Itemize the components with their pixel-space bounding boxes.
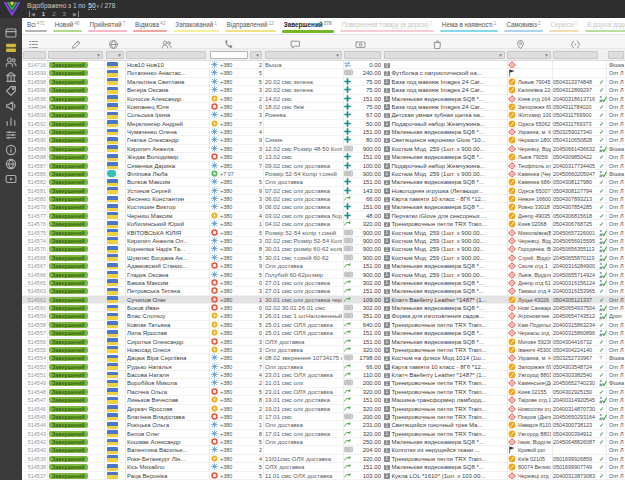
phone-icon[interactable] — [223, 36, 234, 47]
order-row[interactable]: 514561ЗавершенийСучилов Олег+380130.01 с… — [22, 296, 625, 304]
order-row[interactable]: 514579ЗавершенийКостишин Виктор+380906.0… — [22, 203, 625, 211]
payment-icon[interactable] — [355, 36, 366, 47]
country-icon[interactable] — [108, 36, 119, 47]
order-row[interactable]: 514551ЗавершенийБасова Наталя+380423.01 … — [22, 371, 625, 379]
order-row[interactable]: 514538ЗавершенийКісь Михайло+3805ОЛХ дос… — [22, 463, 625, 471]
order-row[interactable]: 514547ЗавершенийЛиньков Вячеслав+380819.… — [22, 396, 625, 404]
order-row[interactable]: 514595ЗавершенийКолосок Александр+380214… — [22, 95, 625, 103]
order-row[interactable]: 514545ЗавершенийБлагінна Владіслава+3800… — [22, 413, 625, 421]
order-row[interactable]: 514567ЗавершенийАдамовский Станис...+380… — [22, 262, 625, 270]
filter-dropdown-icon[interactable]: ▼ — [544, 52, 549, 58]
order-row[interactable]: 514543ЗавершенийБелов Олег+380817.01 смс… — [22, 430, 625, 438]
tab-8[interactable]: Повернення товару (в дорозі)0 — [337, 18, 437, 34]
order-row[interactable]: 514563ЗавершенийПетровська Тетяна+380327… — [22, 287, 625, 295]
tracking-icon[interactable] — [570, 36, 581, 47]
order-row[interactable]: 514599ЗавершенийПотапенко Анастас...+380… — [22, 69, 625, 77]
order-row[interactable]: 514548ЗавершенийПасічна Ольга+380523.01 … — [22, 388, 625, 396]
order-row[interactable]: 514591ЗавершенийЧумаченко Олена+3804151.… — [22, 128, 625, 136]
app-logo[interactable] — [3, 1, 21, 16]
tab-3[interactable]: Прийнятий7 — [85, 18, 131, 34]
tab-6[interactable]: Відправлений12 — [222, 18, 279, 34]
order-row[interactable]: 514558ЗавершенийКовпак Татьяна+380525.01… — [22, 321, 625, 329]
filter-phone-input[interactable] — [210, 51, 248, 59]
client-icon[interactable] — [161, 36, 172, 47]
filter-payment[interactable] — [344, 51, 381, 59]
dashboard-icon[interactable] — [5, 25, 17, 37]
order-row[interactable]: 514582ЗавершенийВолков Максим+3805Олх до… — [22, 178, 625, 186]
order-row[interactable]: 514557ЗавершенийЛила Ярослав+380025.01 с… — [22, 329, 625, 337]
order-row[interactable]: 514580ЗавершенийФесенко Константин+38030… — [22, 195, 625, 203]
tab-1[interactable]: Всі471 — [22, 18, 50, 34]
tab-12[interactable]: В дорозі додому — [582, 18, 625, 34]
filter-dropdown-icon[interactable]: ▼ — [96, 52, 101, 58]
last-page-button[interactable]: ▶ — [73, 11, 79, 17]
order-row[interactable]: 514574ЗавершенийКирилич Анжела Ол...+380… — [22, 237, 625, 245]
comment-icon[interactable] — [290, 36, 301, 47]
orders-icon[interactable] — [5, 40, 17, 52]
order-row[interactable]: 514716ЗавершенийНов10 Нов10+3802Выша0.00… — [22, 61, 625, 69]
order-row[interactable]: 514576ЗавершенийКобилинський Юрий+380104… — [22, 220, 625, 228]
globe-icon[interactable] — [5, 156, 17, 168]
filter-channel[interactable] — [608, 51, 624, 59]
order-row[interactable]: 514568ЗавершенийШумляс Богдана Ан...+380… — [22, 254, 625, 262]
page-button-3[interactable]: 3 — [63, 11, 66, 17]
order-row[interactable]: 514598ЗавершенийМалютина Светлана+380520… — [22, 78, 625, 86]
order-row[interactable]: 514539ЗавершенийРоке-Бетанкурт Лін...+38… — [22, 455, 625, 463]
tab-4[interactable]: Відмова42 — [130, 18, 170, 34]
info-icon[interactable] — [5, 142, 17, 154]
city-icon[interactable] — [515, 36, 526, 47]
page-button-1[interactable]: 1 — [42, 11, 45, 17]
clients-icon[interactable] — [5, 54, 17, 66]
tab-10[interactable]: Самовивіз2 — [501, 18, 545, 34]
order-row[interactable]: 514566ЗавершенийГладик Оксана+3805Голуби… — [22, 271, 625, 279]
order-row[interactable]: 514581ЗавершенийУстинов Сергей+380907.02… — [22, 187, 625, 195]
order-row[interactable]: 514537ЗавершенийРаца Вероніка+380511.01 … — [22, 472, 625, 480]
order-row[interactable]: 514588ЗавершенийЖедак Володимир+380013.0… — [22, 153, 625, 161]
company-icon[interactable] — [5, 69, 17, 81]
filter-dropdown-icon[interactable]: ▼ — [498, 52, 503, 58]
page-size-dropdown[interactable]: 50 — [88, 2, 95, 10]
order-row[interactable]: 514554ЗавершенийДацюк Віра Сергіївна+380… — [22, 354, 625, 362]
order-number-icon[interactable] — [28, 36, 39, 47]
filter-dropdown-icon[interactable]: ▼ — [335, 52, 340, 58]
tab-5[interactable]: Запакований1 — [170, 18, 222, 34]
filter-products[interactable]: ▼ — [384, 51, 505, 59]
order-row[interactable]: 514570ЗавершенийКорнелюк Надія Та...+380… — [22, 245, 625, 253]
sales-tag-icon[interactable] — [5, 83, 17, 95]
order-row[interactable]: 514593ЗавершенийСольська Ірина+3803Рожев… — [22, 111, 625, 119]
order-row[interactable]: 514546ЗавершенийДеркач Ярослав+380219.01… — [22, 405, 625, 413]
products-icon[interactable] — [432, 36, 443, 47]
filter-comment[interactable]: ▼ — [265, 51, 342, 59]
filter-client[interactable] — [126, 51, 206, 59]
order-row[interactable]: 514542ЗавершенийКошмак Александр+3805Олх… — [22, 438, 625, 446]
page-button-2[interactable]: 2 — [52, 11, 55, 17]
tab-11[interactable]: Сервіси0 — [546, 18, 583, 34]
tab-7[interactable]: Завершений278 — [279, 18, 337, 34]
order-row[interactable]: 514594ЗавершенийКомпанец Юля+380018.02 с… — [22, 103, 625, 111]
order-row[interactable]: 514592ЗавершенийМерклингер Андрей+380750… — [22, 120, 625, 128]
order-row[interactable]: 514559ЗавершенийВлас Слоткоу+380326.01 с… — [22, 312, 625, 320]
first-page-button[interactable]: ◀ — [29, 11, 35, 17]
order-row[interactable]: 514560ЗавершенийБоков Иван+380002.02 30.… — [22, 304, 625, 312]
filter-city[interactable]: ▼ — [507, 51, 551, 59]
tab-9[interactable]: Нема в наявності1 — [437, 18, 502, 34]
order-row[interactable]: 514565ЗавершенийБаюка Максим+380027.01 с… — [22, 279, 625, 287]
tab-2[interactable]: Новий48 — [50, 18, 85, 34]
order-row[interactable]: 514544ЗавершенийРокіцька Ольга+3801Олх д… — [22, 421, 625, 429]
filter-tracking[interactable] — [553, 51, 598, 59]
video-help-icon[interactable] — [5, 171, 17, 183]
filter-dropdown-icon[interactable]: ▼ — [117, 52, 122, 58]
order-row[interactable]: 514556ЗавершенийСиротюк Олександр+3803ОЛ… — [22, 338, 625, 346]
order-row[interactable]: 514553ЗавершенийРудько Наталья+3807Олх д… — [22, 363, 625, 371]
order-row[interactable]: 514587ЗавершенийСеменюк Дарина+380709.02… — [22, 162, 625, 170]
order-row[interactable]: 514555ЗавершенийНовосад Олеся+3803Олх до… — [22, 346, 625, 354]
filter-msgs[interactable]: ▼ — [250, 51, 262, 59]
order-row[interactable]: 514590ЗавершенийГнатюк Олександр+3809Син… — [22, 136, 625, 144]
settings-sliders-icon[interactable] — [5, 127, 17, 139]
order-row[interactable]: 514577ЗавершенийЧерниш Максим+380403.02 … — [22, 212, 625, 220]
order-row[interactable]: 514589ЗавершенийКирилич Анжела+380312.02… — [22, 145, 625, 153]
marketing-icon[interactable] — [5, 98, 17, 110]
filter-status[interactable]: ▼ — [48, 51, 103, 59]
order-row[interactable]: 514596ЗавершенийВегера Оксана+380320.02 … — [22, 86, 625, 94]
statistics-icon[interactable] — [5, 113, 17, 125]
